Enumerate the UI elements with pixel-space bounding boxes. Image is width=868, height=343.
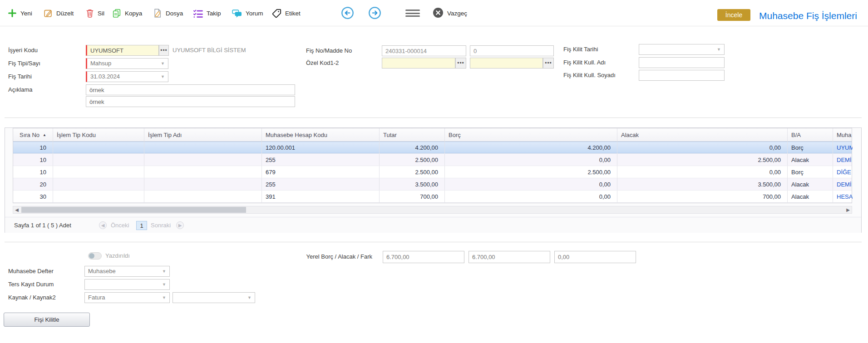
cell-sira[interactable]: 10: [13, 154, 53, 166]
cell-tip-adi[interactable]: [144, 142, 262, 153]
scrollbar-thumb[interactable]: [21, 207, 246, 213]
cell-borc[interactable]: 0,00: [445, 154, 617, 166]
kaynak-select[interactable]: Fatura ▼: [84, 292, 170, 303]
cell-muha[interactable]: DEMİ: [833, 154, 853, 166]
cell-tip-kodu[interactable]: [53, 191, 144, 202]
ozel-kod1-lookup-button[interactable]: •••: [455, 58, 466, 69]
yerel-fark-input[interactable]: [554, 251, 636, 263]
tag-button[interactable]: Etiket: [271, 0, 301, 26]
copy-button[interactable]: Kopya: [112, 0, 142, 26]
cell-tip-adi[interactable]: [144, 166, 262, 178]
scroll-left-icon[interactable]: ◀: [13, 206, 20, 213]
comment-button[interactable]: Yorum: [232, 0, 263, 26]
edit-button[interactable]: Düzelt: [43, 0, 74, 26]
table-row[interactable]: 10 120.00.001 4.200,00 4.200,00 0,00 Bor…: [13, 142, 852, 154]
col-header-tutar[interactable]: Tutar: [380, 128, 445, 141]
cell-ba[interactable]: Alacak: [788, 191, 833, 202]
cell-muha[interactable]: HESA: [833, 191, 853, 202]
table-row[interactable]: 10 255 2.500,00 0,00 2.500,00 Alacak DEM…: [13, 154, 852, 166]
cell-tip-kodu[interactable]: [53, 178, 144, 190]
table-row[interactable]: 20 255 3.500,00 0,00 3.500,00 Alacak DEM…: [13, 178, 852, 191]
next-page-icon[interactable]: ▶: [176, 221, 184, 229]
cell-tip-kodu[interactable]: [53, 166, 144, 178]
fisi-kilitle-button[interactable]: Fişi Kilitle: [4, 313, 90, 327]
cell-ba[interactable]: Borç: [788, 142, 833, 153]
cell-borc[interactable]: 4.200,00: [445, 142, 617, 153]
follow-button[interactable]: Takip: [192, 0, 221, 26]
col-header-muhasebe-hesap-kodu[interactable]: Muhasebe Hesap Kodu: [262, 128, 380, 141]
menu-icon[interactable]: [405, 10, 420, 17]
cell-muha[interactable]: DİĞE: [833, 166, 853, 178]
table-row[interactable]: 10 679 2.500,00 2.500,00 0,00 Borç DİĞE: [13, 166, 852, 178]
cell-tip-kodu[interactable]: [53, 142, 144, 153]
new-button[interactable]: Yeni: [7, 0, 32, 26]
file-button[interactable]: Dosya: [153, 0, 183, 26]
cell-sira[interactable]: 10: [13, 142, 53, 153]
col-header-ba[interactable]: B/A: [788, 128, 833, 141]
col-header-islem-tip-adi[interactable]: İşlem Tip Adı: [144, 128, 262, 141]
cell-tip-adi[interactable]: [144, 178, 262, 190]
cell-borc[interactable]: 2.500,00: [445, 166, 617, 178]
cell-muha[interactable]: UYUM: [833, 142, 853, 153]
cell-tutar[interactable]: 4.200,00: [380, 142, 445, 153]
isyeri-kodu-lookup-button[interactable]: •••: [159, 45, 169, 56]
kilit-tarihi-select[interactable]: ▼: [639, 44, 725, 55]
cell-ba[interactable]: Borç: [788, 166, 833, 178]
cell-hesap[interactable]: 391: [262, 191, 380, 202]
cell-tip-adi[interactable]: [144, 154, 262, 166]
cell-sira[interactable]: 10: [13, 166, 53, 178]
delete-button[interactable]: Sil: [85, 0, 104, 26]
cell-alacak[interactable]: 700,00: [617, 191, 788, 202]
cell-ba[interactable]: Alacak: [788, 154, 833, 166]
kaynak2-select[interactable]: ▼: [173, 292, 255, 303]
col-header-muha[interactable]: Muha: [833, 128, 853, 141]
col-header-sira-no[interactable]: Sıra No▲: [13, 128, 53, 141]
cell-sira[interactable]: 20: [13, 178, 53, 190]
aciklama-input-2[interactable]: [86, 96, 295, 107]
cell-hesap[interactable]: 255: [262, 154, 380, 166]
cell-tip-kodu[interactable]: [53, 154, 144, 166]
fis-tarihi-select[interactable]: 31.03.2024 ▼: [86, 71, 168, 82]
cell-alacak[interactable]: 3.500,00: [617, 178, 788, 190]
col-header-borc[interactable]: Borç: [445, 128, 617, 141]
ozel-kod2-lookup-button[interactable]: •••: [543, 58, 554, 69]
cell-borc[interactable]: 0,00: [445, 178, 617, 190]
cell-sira[interactable]: 30: [13, 191, 53, 202]
cancel-button[interactable]: Vazgeç: [433, 0, 467, 26]
cell-tip-adi[interactable]: [144, 191, 262, 202]
cell-tutar[interactable]: 2.500,00: [380, 154, 445, 166]
ozel-kod2-input[interactable]: [470, 58, 543, 69]
cell-alacak[interactable]: 0,00: [617, 142, 788, 153]
cell-tutar[interactable]: 3.500,00: [380, 178, 445, 190]
yerel-borc-input[interactable]: [383, 251, 464, 263]
madde-no-input[interactable]: [470, 45, 554, 56]
cell-hesap[interactable]: 255: [262, 178, 380, 190]
cell-hesap[interactable]: 679: [262, 166, 380, 178]
muhasebe-defter-select[interactable]: Muhasebe ▼: [84, 266, 170, 277]
yerel-alacak-input[interactable]: [469, 251, 550, 263]
kilit-adi-input[interactable]: [639, 57, 725, 68]
ozel-kod1-input[interactable]: [382, 58, 455, 69]
cell-tutar[interactable]: 2.500,00: [380, 166, 445, 178]
prev-page-button[interactable]: Önceki: [111, 217, 129, 233]
col-header-islem-tip-kodu[interactable]: İşlem Tip Kodu: [53, 128, 144, 141]
cell-tutar[interactable]: 700,00: [380, 191, 445, 202]
cell-alacak[interactable]: 2.500,00: [617, 154, 788, 166]
kilit-soyadi-input[interactable]: [639, 70, 725, 81]
nav-forward-button[interactable]: [368, 6, 381, 20]
next-page-button[interactable]: Sonraki: [151, 217, 171, 233]
cell-hesap[interactable]: 120.00.001: [262, 142, 380, 153]
col-header-alacak[interactable]: Alacak: [617, 128, 788, 141]
incele-button[interactable]: İncele: [717, 9, 750, 21]
cell-borc[interactable]: 0,00: [445, 191, 617, 202]
horizontal-scrollbar[interactable]: ◀ ▶: [13, 206, 852, 214]
cell-alacak[interactable]: 0,00: [617, 166, 788, 178]
nav-back-button[interactable]: [341, 6, 354, 20]
cell-muha[interactable]: DEMİ: [833, 178, 853, 190]
ters-kayit-select[interactable]: ▼: [84, 279, 170, 290]
fis-no-input[interactable]: [382, 45, 466, 56]
aciklama-input-1[interactable]: [86, 84, 295, 95]
cell-ba[interactable]: Alacak: [788, 178, 833, 190]
fis-tipi-select[interactable]: Mahsup ▼: [86, 58, 168, 69]
prev-page-icon[interactable]: ◀: [99, 221, 107, 229]
